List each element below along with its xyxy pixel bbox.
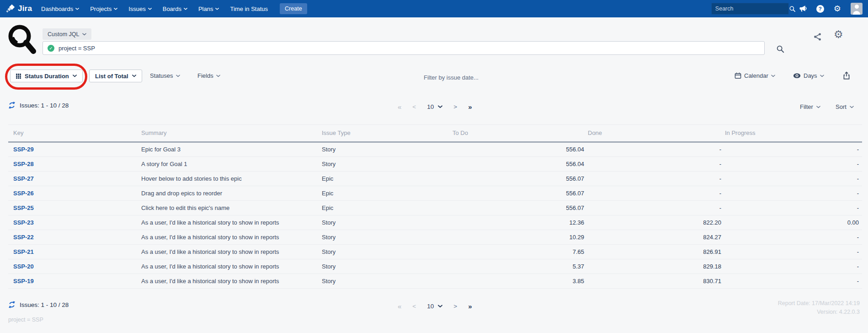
nav-item-label: Projects xyxy=(90,5,112,12)
issue-key-link[interactable]: SSP-26 xyxy=(13,190,34,197)
statuses-dropdown[interactable]: Statuses xyxy=(150,72,180,79)
issue-type: Story xyxy=(322,230,453,244)
jql-query-text: project = SSP xyxy=(59,45,95,52)
issue-table-body: SSP-29 Epic for Goal 3 Story 556.04 - - … xyxy=(8,142,862,288)
prev-page-button[interactable]: < xyxy=(407,103,421,110)
issue-key-link[interactable]: SSP-19 xyxy=(13,278,34,285)
first-page-button[interactable]: « xyxy=(392,103,407,111)
table-header-row: Key Summary Issue Type To Do Done In Pro… xyxy=(8,125,862,142)
time-unit-dropdown[interactable]: Days xyxy=(793,72,824,79)
table-row: SSP-23 As a user, I'd like a historical … xyxy=(8,215,862,230)
issue-type: Epic xyxy=(322,171,453,186)
pagination-top: « < 10 > » xyxy=(392,103,478,111)
help-icon[interactable] xyxy=(816,5,824,13)
report-type-dropdown[interactable]: Status Duration xyxy=(10,70,83,82)
create-button[interactable]: Create xyxy=(280,3,307,14)
sort-dropdown[interactable]: Sort xyxy=(836,103,854,110)
issue-key-link[interactable]: SSP-29 xyxy=(13,146,34,153)
page-size-select[interactable]: 10 xyxy=(421,303,448,310)
issue-key-link[interactable]: SSP-22 xyxy=(13,234,34,241)
chevron-down-icon xyxy=(176,75,180,77)
last-page-button[interactable]: » xyxy=(463,302,477,310)
nav-item-projects[interactable]: Projects xyxy=(90,5,117,12)
chevron-down-icon xyxy=(215,8,219,10)
issue-key-link[interactable]: SSP-28 xyxy=(13,161,34,167)
calendar-dropdown[interactable]: Calendar xyxy=(735,72,775,79)
top-navigation-bar: Jira Dashboards Projects Issues Boards P… xyxy=(0,0,868,17)
nav-item-time-in-status[interactable]: Time in Status xyxy=(230,5,268,12)
nav-item-plans[interactable]: Plans xyxy=(198,5,219,12)
done-value: - xyxy=(588,186,725,200)
export-icon[interactable] xyxy=(842,71,851,80)
issue-key-link[interactable]: SSP-25 xyxy=(13,204,34,211)
done-value: - xyxy=(588,156,725,171)
issue-summary: Hover below to add stories to this epic xyxy=(141,171,322,186)
chevron-down-icon xyxy=(184,8,187,10)
issue-key-link[interactable]: SSP-27 xyxy=(13,175,34,182)
nav-item-issues[interactable]: Issues xyxy=(128,5,152,12)
issue-key-link[interactable]: SSP-20 xyxy=(13,263,34,270)
calculation-label: List of Total xyxy=(95,73,128,80)
run-query-search-icon[interactable] xyxy=(776,45,784,53)
table-row: SSP-20 As a user, I'd like a historical … xyxy=(8,259,862,274)
share-icon[interactable] xyxy=(813,32,822,42)
jql-echo-text: project = SSP xyxy=(8,317,43,323)
table-row: SSP-27 Hover below to add stories to thi… xyxy=(8,171,862,186)
issue-type: Story xyxy=(322,259,453,274)
jira-brand[interactable]: Jira xyxy=(5,4,32,14)
issue-key-link[interactable]: SSP-23 xyxy=(13,219,34,226)
column-header-todo[interactable]: To Do xyxy=(453,125,588,142)
chevron-down-icon xyxy=(771,75,775,77)
report-settings-gear-icon[interactable]: ⚙ xyxy=(834,29,843,40)
filter-label: Filter xyxy=(800,103,813,110)
issue-key-link[interactable]: SSP-21 xyxy=(13,248,34,255)
refresh-icon[interactable] xyxy=(8,301,16,308)
jql-mode-dropdown[interactable]: Custom JQL xyxy=(43,28,91,40)
filter-dropdown[interactable]: Filter xyxy=(800,103,820,110)
chevron-down-icon xyxy=(438,105,442,108)
page-size-select[interactable]: 10 xyxy=(421,103,448,110)
issues-table: Key Summary Issue Type To Do Done In Pro… xyxy=(8,124,862,289)
jql-valid-check-icon xyxy=(48,45,54,52)
user-avatar[interactable] xyxy=(851,3,863,15)
issue-type: Epic xyxy=(322,200,453,215)
jql-query-input[interactable]: project = SSP xyxy=(43,41,765,55)
search-icon xyxy=(789,5,796,12)
nav-item-dashboards[interactable]: Dashboards xyxy=(41,5,79,12)
next-page-button[interactable]: > xyxy=(448,303,463,310)
report-date: Report Date: 17/Mar/2022 14:19 xyxy=(778,299,860,308)
issue-date-filter-input[interactable]: Filter by issue date... xyxy=(424,74,479,81)
next-page-button[interactable]: > xyxy=(448,103,463,110)
in-progress-value: - xyxy=(725,156,862,171)
issue-summary: As a user, I'd like a historical story t… xyxy=(141,259,322,274)
refresh-icon[interactable] xyxy=(8,102,16,109)
column-header-summary[interactable]: Summary xyxy=(141,125,322,142)
issue-summary: A story for Goal 1 xyxy=(141,156,322,171)
jira-logo-icon xyxy=(5,4,15,14)
in-progress-value: - xyxy=(725,230,862,244)
admin-gear-icon[interactable]: ⚙ xyxy=(834,5,841,13)
calculation-dropdown[interactable]: List of Total xyxy=(89,70,142,82)
prev-page-button[interactable]: < xyxy=(407,303,421,310)
done-value: - xyxy=(588,142,725,156)
table-row: SSP-25 Click here to edit this epic's na… xyxy=(8,200,862,215)
fields-dropdown[interactable]: Fields xyxy=(197,72,220,79)
todo-value: 3.85 xyxy=(453,274,588,288)
announcements-megaphone-icon[interactable] xyxy=(799,5,807,13)
report-type-label: Status Duration xyxy=(25,73,69,80)
first-page-button[interactable]: « xyxy=(392,302,407,310)
column-header-issue-type[interactable]: Issue Type xyxy=(322,125,453,142)
column-header-in-progress[interactable]: In Progress xyxy=(725,125,862,142)
column-header-done[interactable]: Done xyxy=(588,125,725,142)
in-progress-value: 0.00 xyxy=(725,215,862,230)
last-page-button[interactable]: » xyxy=(463,103,477,111)
in-progress-value: - xyxy=(725,259,862,274)
issue-summary: Click here to edit this epic's name xyxy=(141,200,322,215)
global-search-input[interactable] xyxy=(715,5,789,12)
column-header-key[interactable]: Key xyxy=(8,125,141,142)
global-search-box[interactable] xyxy=(711,3,789,15)
brand-name: Jira xyxy=(18,4,32,13)
todo-value: 556.07 xyxy=(453,171,588,186)
issue-summary: As a user, I'd like a historical story t… xyxy=(141,244,322,259)
nav-item-boards[interactable]: Boards xyxy=(163,5,187,12)
